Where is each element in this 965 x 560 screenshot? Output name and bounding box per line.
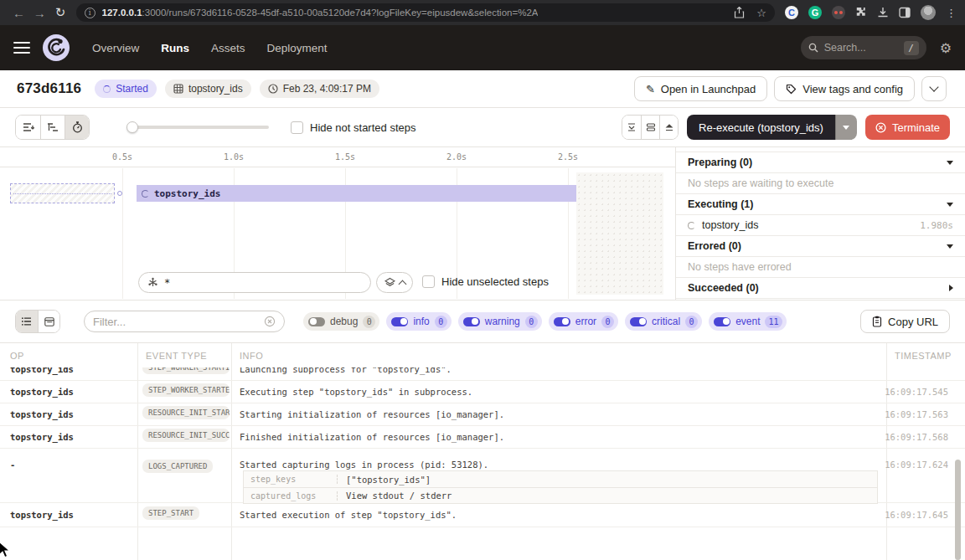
- level-toggle-event[interactable]: event 11: [709, 312, 786, 331]
- hide-unselected-checkbox[interactable]: [422, 275, 435, 288]
- clear-filter-icon[interactable]: [264, 316, 276, 327]
- search-placeholder: Search...: [824, 42, 898, 54]
- slider-track[interactable]: [128, 126, 269, 129]
- level-label: event: [735, 316, 760, 327]
- more-actions-button[interactable]: [921, 76, 947, 101]
- settings-gear-icon[interactable]: ⚙: [940, 40, 952, 56]
- zoom-slider[interactable]: [128, 121, 269, 133]
- timed-view-button[interactable]: [65, 116, 89, 139]
- col-timestamp: TIMESTAMP: [895, 351, 952, 361]
- log-timestamp: 16:09:17.563: [885, 409, 948, 419]
- log-op: -: [10, 460, 15, 470]
- terminate-button[interactable]: Terminate: [865, 115, 950, 140]
- log-info: Launching subprocess for "topstory_ids".: [240, 367, 452, 374]
- job-name: topstory_ids: [188, 83, 243, 95]
- section-succeeded[interactable]: Succeeded (0): [676, 278, 965, 299]
- menu-button[interactable]: [13, 42, 30, 54]
- waterfall-view-button[interactable]: [40, 116, 65, 139]
- section-errored[interactable]: Errored (0): [676, 236, 965, 257]
- level-count-badge: 11: [765, 316, 782, 328]
- run-datetime: Feb 23, 4:09:17 PM: [283, 83, 371, 95]
- nav-tab-overview[interactable]: Overview: [92, 42, 139, 54]
- nav-tab-assets[interactable]: Assets: [211, 42, 245, 54]
- hide-not-started-checkbox[interactable]: [291, 121, 303, 134]
- robot-extension-icon[interactable]: [832, 6, 845, 19]
- level-toggle-warning[interactable]: warning 0: [458, 312, 542, 331]
- log-op: topstory_ids: [10, 409, 74, 419]
- log-row[interactable]: - LOGS_CAPTURED Started capturing logs i…: [0, 449, 965, 503]
- terminate-label: Terminate: [892, 121, 940, 134]
- browser-back-button[interactable]: ←: [8, 6, 29, 20]
- level-toggle-info[interactable]: info 0: [386, 312, 451, 331]
- view-stdout-stderr-link[interactable]: View stdout / stderr: [338, 491, 460, 501]
- page-info-icon[interactable]: i: [85, 8, 95, 18]
- step-bar-label: topstory_ids: [154, 188, 220, 199]
- log-filter-input[interactable]: [93, 316, 264, 328]
- log-row[interactable]: topstory_ids STEP_START Started executio…: [0, 503, 965, 527]
- share-icon[interactable]: [734, 7, 745, 18]
- level-toggle-critical[interactable]: critical 0: [625, 312, 702, 331]
- section-preparing[interactable]: Preparing (0): [676, 152, 965, 173]
- browser-forward-button[interactable]: →: [29, 6, 50, 20]
- stopwatch-icon: [72, 121, 83, 133]
- address-bar[interactable]: i 127.0.0.1:3000/runs/673d6116-0528-45df…: [76, 3, 775, 22]
- executing-step-row[interactable]: topstory_ids 1.980s: [676, 215, 965, 236]
- table-icon: [44, 317, 54, 326]
- level-label: critical: [652, 316, 680, 327]
- extension-c-icon[interactable]: C: [785, 6, 798, 19]
- bookmark-star-icon[interactable]: ☆: [756, 7, 766, 19]
- step-selector-input[interactable]: [164, 277, 362, 289]
- axis-tick: 0.5s: [112, 152, 132, 162]
- profile-avatar[interactable]: [921, 5, 936, 20]
- reexecute-button[interactable]: Re-execute (topstory_ids): [687, 115, 835, 140]
- graph-query-toggle-button[interactable]: [376, 272, 413, 293]
- browser-reload-button[interactable]: ↻: [50, 5, 71, 20]
- log-row[interactable]: topstory_ids RESOURCE_INIT_STARTED Start…: [0, 403, 965, 426]
- clock-icon: [268, 84, 278, 94]
- flatten-view-button[interactable]: [16, 116, 40, 139]
- log-list-view-button[interactable]: [16, 311, 38, 332]
- level-toggle-debug[interactable]: debug 0: [303, 312, 379, 331]
- nav-tab-runs[interactable]: Runs: [161, 42, 189, 54]
- log-structured-view-button[interactable]: [38, 311, 59, 332]
- view-tags-config-button[interactable]: View tags and config: [774, 76, 915, 101]
- open-launchpad-button[interactable]: ✎ Open in Launchpad: [634, 76, 767, 101]
- spinner-icon: [103, 85, 111, 93]
- level-toggle-error[interactable]: error 0: [549, 312, 618, 331]
- side-panel-icon[interactable]: [899, 7, 911, 18]
- expand-rows-button[interactable]: [641, 116, 659, 139]
- toggle-switch-icon: [308, 317, 325, 326]
- puzzle-extensions-icon[interactable]: [855, 7, 867, 18]
- download-icon[interactable]: [877, 7, 889, 18]
- toggle-switch-icon: [630, 317, 647, 326]
- nav-tab-deployment[interactable]: Deployment: [267, 42, 328, 54]
- log-row[interactable]: topstory_ids STEP_WORKER_STARTING Launch…: [0, 367, 965, 381]
- copy-url-button[interactable]: Copy URL: [860, 310, 950, 333]
- scrollbar-thumb[interactable]: [955, 460, 961, 560]
- job-tag[interactable]: topstory_ids: [165, 80, 251, 98]
- log-filter-wrap: [84, 311, 285, 332]
- log-row[interactable]: topstory_ids RESOURCE_INIT_SUCCESS Finis…: [0, 426, 965, 449]
- section-executing[interactable]: Executing (1): [676, 194, 965, 215]
- caret-down-icon: [947, 203, 953, 207]
- toggle-switch-icon: [554, 317, 570, 326]
- hide-not-started-label: Hide not started steps: [310, 121, 415, 134]
- dagster-logo[interactable]: [42, 33, 70, 62]
- flatten-icon: [23, 122, 34, 132]
- url-host: 127.0.0.1: [102, 8, 142, 18]
- collapse-up-button[interactable]: [659, 116, 678, 139]
- grammarly-extension-icon[interactable]: G: [808, 6, 822, 19]
- browser-menu-icon[interactable]: ⋮: [946, 7, 957, 19]
- slider-handle[interactable]: [126, 121, 138, 133]
- collapse-down-icon: [627, 122, 637, 132]
- empty-text: No steps have errored: [688, 261, 792, 273]
- collapse-rows-button[interactable]: [622, 116, 641, 139]
- search-box[interactable]: Search... /: [801, 36, 926, 59]
- level-count-badge: 0: [685, 316, 698, 328]
- url-text[interactable]: 127.0.0.1:3000/runs/673d6116-0528-45df-a…: [102, 8, 539, 18]
- log-row[interactable]: topstory_ids STEP_WORKER_STARTED Executi…: [0, 381, 965, 403]
- level-label: debug: [330, 316, 358, 327]
- reexecute-dropdown-button[interactable]: [835, 115, 857, 140]
- gantt-step-bar[interactable]: topstory_ids: [137, 185, 576, 202]
- step-name: topstory_ids: [702, 219, 758, 231]
